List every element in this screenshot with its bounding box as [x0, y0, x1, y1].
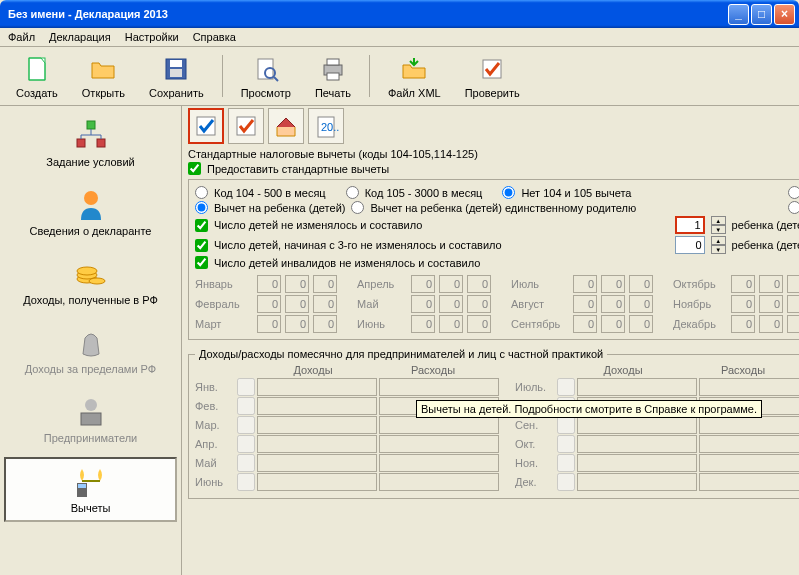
children-count-input[interactable]: [675, 216, 705, 234]
sidebar-item-declarant[interactable]: Сведения о декларанте: [4, 181, 177, 244]
maximize-button[interactable]: □: [751, 4, 772, 25]
month-input[interactable]: [601, 275, 625, 293]
month-input[interactable]: [257, 315, 281, 333]
amount-input[interactable]: [379, 435, 499, 453]
amount-input[interactable]: [379, 416, 499, 434]
row-checkbox[interactable]: [557, 454, 575, 472]
amount-input[interactable]: [699, 416, 799, 434]
month-input[interactable]: [285, 295, 309, 313]
spin-down[interactable]: ▼: [711, 245, 726, 254]
amount-input[interactable]: [257, 378, 377, 396]
amount-input[interactable]: [257, 416, 377, 434]
month-input[interactable]: [787, 295, 799, 313]
amount-input[interactable]: [379, 454, 499, 472]
row-checkbox[interactable]: [237, 435, 255, 453]
toolbar-preview[interactable]: Просмотр: [233, 51, 299, 101]
month-input[interactable]: [411, 315, 435, 333]
amount-input[interactable]: [699, 454, 799, 472]
tab-property-deductions[interactable]: [268, 108, 304, 144]
children-invalid-checkbox[interactable]: [195, 256, 208, 269]
amount-input[interactable]: [379, 378, 499, 396]
row-checkbox[interactable]: [237, 416, 255, 434]
amount-input[interactable]: [699, 473, 799, 491]
radio-child-single[interactable]: [351, 201, 364, 214]
amount-input[interactable]: [577, 473, 697, 491]
menu-declaration[interactable]: Декларация: [49, 31, 111, 43]
month-input[interactable]: [759, 295, 783, 313]
month-input[interactable]: [313, 295, 337, 313]
month-input[interactable]: [601, 295, 625, 313]
tab-social-deductions[interactable]: [228, 108, 264, 144]
tab-misc-deductions[interactable]: 20..: [308, 108, 344, 144]
month-input[interactable]: [787, 315, 799, 333]
month-input[interactable]: [601, 315, 625, 333]
sidebar-item-entrepreneurs[interactable]: Предприниматели: [4, 388, 177, 451]
month-input[interactable]: [257, 295, 281, 313]
month-input[interactable]: [573, 315, 597, 333]
menu-settings[interactable]: Настройки: [125, 31, 179, 43]
month-input[interactable]: [313, 275, 337, 293]
month-input[interactable]: [731, 315, 755, 333]
sidebar-item-income-abroad[interactable]: Доходы за пределами РФ: [4, 319, 177, 382]
row-checkbox[interactable]: [237, 473, 255, 491]
children-from3-input[interactable]: [675, 236, 705, 254]
month-input[interactable]: [467, 315, 491, 333]
month-input[interactable]: [439, 275, 463, 293]
radio-no-code[interactable]: [502, 186, 515, 199]
spin-down[interactable]: ▼: [711, 225, 726, 234]
sidebar-item-deductions[interactable]: Вычеты: [4, 457, 177, 522]
amount-input[interactable]: [257, 454, 377, 472]
amount-input[interactable]: [699, 378, 799, 396]
minimize-button[interactable]: _: [728, 4, 749, 25]
row-checkbox[interactable]: [237, 454, 255, 472]
toolbar-print[interactable]: Печать: [307, 51, 359, 101]
row-checkbox[interactable]: [557, 435, 575, 453]
month-input[interactable]: [467, 295, 491, 313]
toolbar-filexml[interactable]: Файл XML: [380, 51, 449, 101]
spinner[interactable]: ▲▼: [711, 236, 726, 254]
amount-input[interactable]: [577, 378, 697, 396]
month-input[interactable]: [285, 315, 309, 333]
toolbar-open[interactable]: Открыть: [74, 51, 133, 101]
row-checkbox[interactable]: [237, 397, 255, 415]
month-input[interactable]: [573, 275, 597, 293]
month-input[interactable]: [257, 275, 281, 293]
toolbar-check[interactable]: Проверить: [457, 51, 528, 101]
menu-file[interactable]: Файл: [8, 31, 35, 43]
month-input[interactable]: [313, 315, 337, 333]
toolbar-save[interactable]: Сохранить: [141, 51, 212, 101]
radio-help[interactable]: [788, 186, 799, 199]
month-input[interactable]: [467, 275, 491, 293]
month-input[interactable]: [787, 275, 799, 293]
month-input[interactable]: [573, 295, 597, 313]
amount-input[interactable]: [577, 416, 697, 434]
amount-input[interactable]: [379, 473, 499, 491]
tab-standard-deductions[interactable]: [188, 108, 224, 144]
month-input[interactable]: [731, 275, 755, 293]
amount-input[interactable]: [699, 435, 799, 453]
month-input[interactable]: [629, 275, 653, 293]
menu-help[interactable]: Справка: [193, 31, 236, 43]
radio-help[interactable]: [788, 201, 799, 214]
amount-input[interactable]: [577, 454, 697, 472]
month-input[interactable]: [629, 315, 653, 333]
radio-code-105[interactable]: [346, 186, 359, 199]
month-input[interactable]: [285, 275, 309, 293]
close-button[interactable]: ×: [774, 4, 795, 25]
spin-up[interactable]: ▲: [711, 236, 726, 245]
children-from3-checkbox[interactable]: [195, 239, 208, 252]
month-input[interactable]: [629, 295, 653, 313]
children-const-checkbox[interactable]: [195, 219, 208, 232]
month-input[interactable]: [439, 315, 463, 333]
sidebar-item-income-rf[interactable]: Доходы, полученные в РФ: [4, 250, 177, 313]
provide-checkbox[interactable]: [188, 162, 201, 175]
amount-input[interactable]: [257, 397, 377, 415]
month-input[interactable]: [411, 295, 435, 313]
row-checkbox[interactable]: [557, 473, 575, 491]
month-input[interactable]: [411, 275, 435, 293]
radio-child[interactable]: [195, 201, 208, 214]
amount-input[interactable]: [577, 435, 697, 453]
row-checkbox[interactable]: [557, 378, 575, 396]
radio-code-104[interactable]: [195, 186, 208, 199]
amount-input[interactable]: [257, 473, 377, 491]
